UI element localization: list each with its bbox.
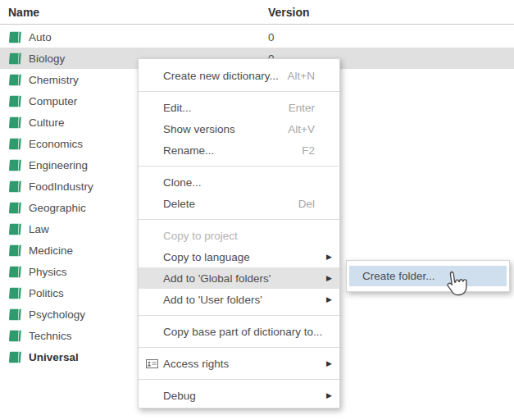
menu-item-copy-to-project: Copy to project	[139, 225, 339, 246]
row-label: Technics	[29, 330, 72, 342]
menu-item-add-to-user-folders[interactable]: Add to 'User folders' ▶	[139, 289, 339, 310]
row-label: Computer	[29, 95, 77, 107]
dictionary-book-icon	[8, 74, 22, 86]
submenu-arrow-icon: ▶	[326, 353, 332, 374]
row-label: Chemistry	[29, 74, 79, 86]
menu-separator	[139, 379, 339, 380]
row-label: Physics	[29, 266, 67, 278]
row-label: Law	[29, 223, 49, 235]
shortcut-label: Del	[298, 198, 332, 210]
context-menu: Create new dictionary... Alt+N Edit... E…	[138, 58, 340, 409]
menu-item-label: Edit...	[163, 102, 192, 114]
row-label: Geographic	[29, 202, 86, 214]
menu-item-label: Copy to project	[163, 230, 238, 242]
dictionary-book-icon	[8, 116, 22, 129]
menu-separator	[139, 219, 339, 220]
menu-item-copy-to-language[interactable]: Copy to language ▶	[139, 246, 339, 267]
menu-item-label: Create new dictionary...	[163, 70, 279, 82]
menu-item-label: Copy to language	[163, 251, 250, 263]
id-card-icon	[146, 358, 158, 369]
global-folders-submenu: Create folder...	[346, 260, 510, 292]
dictionary-book-icon	[8, 138, 22, 150]
menu-item-create-new-dictionary[interactable]: Create new dictionary... Alt+N	[139, 65, 339, 86]
row-label: Politics	[29, 287, 64, 299]
menu-separator	[139, 315, 339, 316]
menu-item-label: Copy base part of dictionary to...	[163, 326, 322, 338]
shortcut-label: Alt+N	[288, 70, 332, 82]
row-label: Culture	[29, 116, 65, 129]
menu-item-label: Delete	[163, 198, 195, 210]
menu-item-label: Show versions	[163, 123, 235, 135]
row-label: Psychology	[29, 308, 85, 321]
dictionary-book-icon	[8, 223, 22, 235]
table-row-auto[interactable]: Auto 0	[0, 26, 514, 48]
menu-separator	[139, 347, 339, 348]
menu-item-edit[interactable]: Edit... Enter	[139, 97, 339, 118]
table-header: Name Version	[0, 0, 514, 25]
menu-separator	[139, 91, 339, 92]
menu-separator	[139, 166, 339, 167]
menu-item-label: Rename...	[163, 144, 214, 157]
menu-item-label: Access rights	[163, 358, 229, 370]
submenu-arrow-icon: ▶	[326, 267, 332, 289]
row-label: Engineering	[29, 159, 88, 171]
submenu-arrow-icon: ▶	[326, 289, 332, 310]
submenu-arrow-icon: ▶	[326, 246, 332, 267]
column-header-name[interactable]: Name	[8, 6, 39, 19]
menu-item-label: Add to 'Global folders'	[163, 272, 271, 285]
row-label: Auto	[29, 31, 52, 43]
menu-item-debug[interactable]: Debug ▶	[139, 385, 339, 406]
menu-item-label: Clone...	[163, 176, 202, 189]
dictionary-book-icon	[8, 95, 22, 107]
menu-item-delete[interactable]: Delete Del	[139, 193, 339, 214]
menu-item-label: Debug	[163, 390, 196, 402]
row-label: Biology	[29, 52, 65, 65]
menu-item-access-rights[interactable]: Access rights ▶	[139, 353, 339, 374]
menu-item-rename[interactable]: Rename... F2	[139, 139, 339, 161]
menu-item-copy-base-part[interactable]: Copy base part of dictionary to...	[139, 321, 339, 342]
menu-item-label: Add to 'User folders'	[163, 294, 262, 306]
dictionary-book-icon	[8, 287, 22, 299]
submenu-item-create-folder[interactable]: Create folder...	[349, 266, 507, 286]
row-label: Economics	[29, 138, 83, 150]
submenu-arrow-icon: ▶	[326, 385, 332, 406]
row-label: Medicine	[29, 244, 73, 257]
shortcut-label: Enter	[289, 102, 332, 114]
dictionary-book-icon	[8, 159, 22, 171]
dictionary-book-icon	[8, 308, 22, 321]
dictionary-book-icon	[8, 202, 22, 214]
dictionary-book-icon	[8, 266, 22, 278]
shortcut-label: Alt+V	[288, 123, 332, 135]
dictionary-book-icon	[8, 244, 22, 257]
shortcut-label: F2	[302, 144, 332, 157]
dictionary-book-icon	[8, 31, 22, 43]
row-label: Universal	[29, 351, 79, 363]
column-header-version[interactable]: Version	[268, 6, 310, 19]
menu-item-clone[interactable]: Clone...	[139, 171, 339, 193]
dictionary-book-icon	[8, 180, 22, 193]
row-version: 0	[268, 31, 275, 43]
row-label: FoodIndustry	[29, 180, 93, 193]
dictionary-book-icon	[8, 52, 22, 65]
submenu-item-label: Create folder...	[362, 270, 435, 282]
dictionary-book-icon	[8, 330, 22, 342]
menu-item-show-versions[interactable]: Show versions Alt+V	[139, 118, 339, 139]
menu-item-add-to-global-folders[interactable]: Add to 'Global folders' ▶	[139, 267, 339, 289]
dictionary-book-icon	[8, 351, 22, 363]
